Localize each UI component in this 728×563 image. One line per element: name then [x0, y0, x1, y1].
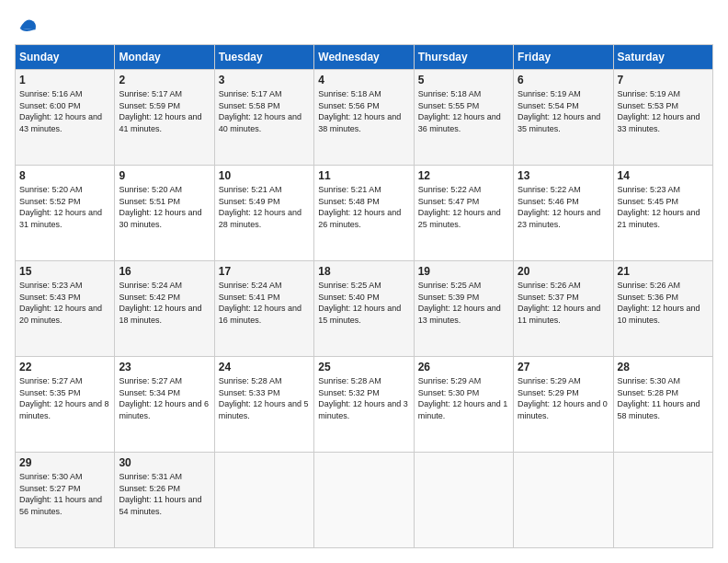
- calendar-cell: [414, 453, 513, 548]
- day-number: 11: [318, 169, 409, 182]
- day-info: Sunrise: 5:18 AM Sunset: 5:56 PM Dayligh…: [318, 88, 409, 134]
- calendar-cell: [613, 453, 712, 548]
- day-info: Sunrise: 5:22 AM Sunset: 5:46 PM Dayligh…: [518, 184, 609, 230]
- day-number: 28: [618, 361, 709, 373]
- calendar-cell: 24 Sunrise: 5:28 AM Sunset: 5:33 PM Dayl…: [214, 357, 313, 453]
- day-number: 12: [418, 169, 509, 182]
- logo-icon: [17, 15, 37, 35]
- day-info: Sunrise: 5:30 AM Sunset: 5:28 PM Dayligh…: [618, 375, 709, 421]
- calendar-cell: 13 Sunrise: 5:22 AM Sunset: 5:46 PM Dayl…: [514, 166, 613, 261]
- calendar-cell: 14 Sunrise: 5:23 AM Sunset: 5:45 PM Dayl…: [613, 166, 712, 261]
- day-number: 27: [518, 361, 609, 373]
- day-info: Sunrise: 5:20 AM Sunset: 5:52 PM Dayligh…: [19, 184, 110, 230]
- day-number: 16: [119, 265, 210, 278]
- calendar-cell: 21 Sunrise: 5:26 AM Sunset: 5:36 PM Dayl…: [613, 261, 712, 357]
- weekday-header: Friday: [514, 45, 613, 70]
- day-number: 15: [19, 265, 110, 278]
- day-number: 30: [119, 456, 210, 469]
- day-number: 1: [19, 74, 110, 86]
- day-info: Sunrise: 5:19 AM Sunset: 5:54 PM Dayligh…: [518, 88, 609, 134]
- day-info: Sunrise: 5:24 AM Sunset: 5:42 PM Dayligh…: [119, 280, 210, 326]
- weekday-header: Thursday: [414, 45, 513, 70]
- day-number: 23: [119, 361, 210, 373]
- day-info: Sunrise: 5:19 AM Sunset: 5:53 PM Dayligh…: [618, 88, 709, 134]
- day-number: 5: [418, 74, 509, 86]
- day-info: Sunrise: 5:23 AM Sunset: 5:45 PM Dayligh…: [618, 184, 709, 230]
- day-number: 4: [318, 74, 409, 86]
- day-number: 21: [618, 265, 709, 278]
- calendar-cell: 5 Sunrise: 5:18 AM Sunset: 5:55 PM Dayli…: [414, 70, 513, 166]
- calendar-week-row: 29 Sunrise: 5:30 AM Sunset: 5:27 PM Dayl…: [16, 453, 713, 548]
- day-info: Sunrise: 5:25 AM Sunset: 5:39 PM Dayligh…: [418, 280, 509, 326]
- calendar-cell: 6 Sunrise: 5:19 AM Sunset: 5:54 PM Dayli…: [514, 70, 613, 166]
- calendar-cell: 2 Sunrise: 5:17 AM Sunset: 5:59 PM Dayli…: [115, 70, 214, 166]
- calendar-week-row: 1 Sunrise: 5:16 AM Sunset: 6:00 PM Dayli…: [16, 70, 713, 166]
- day-number: 14: [618, 169, 709, 182]
- weekday-header: Sunday: [16, 45, 115, 70]
- calendar-cell: 10 Sunrise: 5:21 AM Sunset: 5:49 PM Dayl…: [214, 166, 313, 261]
- weekday-header: Tuesday: [214, 45, 313, 70]
- calendar-cell: 15 Sunrise: 5:23 AM Sunset: 5:43 PM Dayl…: [16, 261, 115, 357]
- day-number: 19: [418, 265, 509, 278]
- calendar-cell: 28 Sunrise: 5:30 AM Sunset: 5:28 PM Dayl…: [613, 357, 712, 453]
- day-info: Sunrise: 5:17 AM Sunset: 5:58 PM Dayligh…: [219, 88, 310, 134]
- calendar-cell: 25 Sunrise: 5:28 AM Sunset: 5:32 PM Dayl…: [314, 357, 414, 453]
- day-info: Sunrise: 5:30 AM Sunset: 5:27 PM Dayligh…: [19, 471, 110, 517]
- day-info: Sunrise: 5:26 AM Sunset: 5:36 PM Dayligh…: [618, 280, 709, 326]
- calendar-cell: 12 Sunrise: 5:22 AM Sunset: 5:47 PM Dayl…: [414, 166, 513, 261]
- header: [15, 15, 713, 35]
- day-number: 9: [119, 169, 210, 182]
- logo: [15, 15, 37, 35]
- day-info: Sunrise: 5:17 AM Sunset: 5:59 PM Dayligh…: [119, 88, 210, 134]
- day-number: 2: [119, 74, 210, 86]
- day-number: 26: [418, 361, 509, 373]
- weekday-header: Monday: [115, 45, 214, 70]
- calendar-cell: 30 Sunrise: 5:31 AM Sunset: 5:26 PM Dayl…: [115, 453, 214, 548]
- calendar-cell: 16 Sunrise: 5:24 AM Sunset: 5:42 PM Dayl…: [115, 261, 214, 357]
- day-info: Sunrise: 5:27 AM Sunset: 5:34 PM Dayligh…: [119, 375, 210, 421]
- day-number: 22: [19, 361, 110, 373]
- calendar-cell: 26 Sunrise: 5:29 AM Sunset: 5:30 PM Dayl…: [414, 357, 513, 453]
- calendar-cell: 4 Sunrise: 5:18 AM Sunset: 5:56 PM Dayli…: [314, 70, 414, 166]
- calendar-week-row: 22 Sunrise: 5:27 AM Sunset: 5:35 PM Dayl…: [16, 357, 713, 453]
- calendar-cell: 3 Sunrise: 5:17 AM Sunset: 5:58 PM Dayli…: [214, 70, 313, 166]
- day-info: Sunrise: 5:20 AM Sunset: 5:51 PM Dayligh…: [119, 184, 210, 230]
- calendar-cell: [514, 453, 613, 548]
- day-info: Sunrise: 5:28 AM Sunset: 5:33 PM Dayligh…: [219, 375, 310, 421]
- calendar-cell: 7 Sunrise: 5:19 AM Sunset: 5:53 PM Dayli…: [613, 70, 712, 166]
- weekday-header: Wednesday: [314, 45, 414, 70]
- calendar-cell: 20 Sunrise: 5:26 AM Sunset: 5:37 PM Dayl…: [514, 261, 613, 357]
- day-info: Sunrise: 5:27 AM Sunset: 5:35 PM Dayligh…: [19, 375, 110, 421]
- day-info: Sunrise: 5:29 AM Sunset: 5:30 PM Dayligh…: [418, 375, 509, 421]
- calendar-week-row: 8 Sunrise: 5:20 AM Sunset: 5:52 PM Dayli…: [16, 166, 713, 261]
- calendar-cell: 1 Sunrise: 5:16 AM Sunset: 6:00 PM Dayli…: [16, 70, 115, 166]
- calendar-cell: 22 Sunrise: 5:27 AM Sunset: 5:35 PM Dayl…: [16, 357, 115, 453]
- calendar-cell: [314, 453, 414, 548]
- calendar-cell: 9 Sunrise: 5:20 AM Sunset: 5:51 PM Dayli…: [115, 166, 214, 261]
- day-number: 8: [19, 169, 110, 182]
- day-number: 18: [318, 265, 409, 278]
- day-number: 17: [219, 265, 310, 278]
- calendar-cell: 19 Sunrise: 5:25 AM Sunset: 5:39 PM Dayl…: [414, 261, 513, 357]
- day-number: 7: [618, 74, 709, 86]
- page: SundayMondayTuesdayWednesdayThursdayFrid…: [0, 0, 728, 563]
- day-info: Sunrise: 5:21 AM Sunset: 5:48 PM Dayligh…: [318, 184, 409, 230]
- day-number: 10: [219, 169, 310, 182]
- calendar-week-row: 15 Sunrise: 5:23 AM Sunset: 5:43 PM Dayl…: [16, 261, 713, 357]
- day-number: 6: [518, 74, 609, 86]
- day-info: Sunrise: 5:29 AM Sunset: 5:29 PM Dayligh…: [518, 375, 609, 421]
- day-info: Sunrise: 5:26 AM Sunset: 5:37 PM Dayligh…: [518, 280, 609, 326]
- day-number: 29: [19, 456, 110, 469]
- day-number: 3: [219, 74, 310, 86]
- calendar-cell: 29 Sunrise: 5:30 AM Sunset: 5:27 PM Dayl…: [16, 453, 115, 548]
- calendar-cell: 11 Sunrise: 5:21 AM Sunset: 5:48 PM Dayl…: [314, 166, 414, 261]
- day-info: Sunrise: 5:28 AM Sunset: 5:32 PM Dayligh…: [318, 375, 409, 421]
- day-number: 20: [518, 265, 609, 278]
- calendar-cell: [214, 453, 313, 548]
- day-info: Sunrise: 5:18 AM Sunset: 5:55 PM Dayligh…: [418, 88, 509, 134]
- day-info: Sunrise: 5:22 AM Sunset: 5:47 PM Dayligh…: [418, 184, 509, 230]
- calendar-cell: 8 Sunrise: 5:20 AM Sunset: 5:52 PM Dayli…: [16, 166, 115, 261]
- day-info: Sunrise: 5:23 AM Sunset: 5:43 PM Dayligh…: [19, 280, 110, 326]
- day-info: Sunrise: 5:24 AM Sunset: 5:41 PM Dayligh…: [219, 280, 310, 326]
- calendar-table: SundayMondayTuesdayWednesdayThursdayFrid…: [15, 44, 713, 548]
